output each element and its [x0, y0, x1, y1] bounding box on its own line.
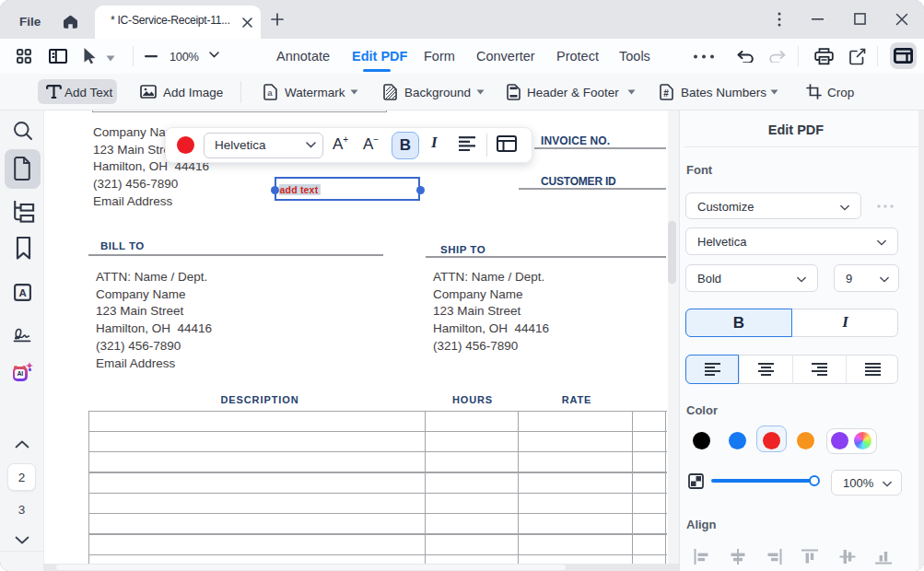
svg-text:#: # — [663, 88, 669, 99]
svg-text:A: A — [18, 287, 26, 298]
svg-text:a: a — [267, 87, 273, 98]
